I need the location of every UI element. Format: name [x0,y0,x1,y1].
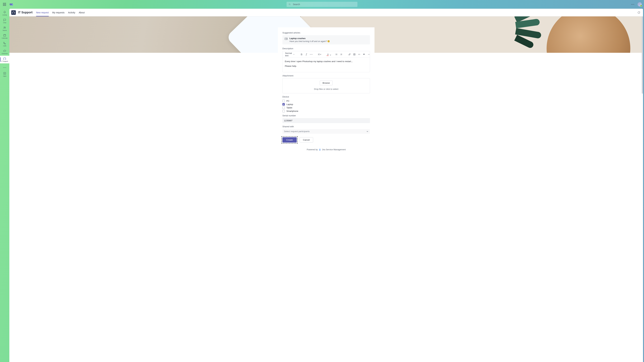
scrollbar-thumb[interactable] [642,16,643,94]
more-formatting-button[interactable] [309,52,314,57]
device-option-smartphone[interactable]: Smartphone [282,109,370,113]
shared-with-select[interactable]: Select request participants [282,129,370,134]
top-more-icon[interactable] [631,2,635,6]
align-button[interactable] [317,52,322,57]
device-label: Device [282,96,370,98]
app-icon [11,10,16,15]
presence-badge [640,5,642,7]
suggested-article[interactable]: Laptop crashes Have you tried turning it… [282,35,370,44]
description-editor: Normal text [282,51,370,72]
bullet-list-icon [335,53,338,56]
search-placeholder: Search [293,3,300,6]
rail-activity[interactable]: Activity [0,9,9,17]
tab-my-requests[interactable]: My requests [52,9,64,16]
apps-icon [3,72,6,75]
numbered-list-button[interactable]: 123 [339,52,344,57]
text-style-dropdown[interactable]: Normal text [284,52,296,57]
refresh-button[interactable] [636,10,641,15]
suggested-article-subtitle: Have you tried turning it off and on aga… [290,40,330,42]
dropzone-hint: Drop files or click to select [282,88,370,90]
check-icon [283,103,284,105]
app-tabs: New request My requests Activity About [36,9,85,16]
checkbox[interactable] [282,106,285,109]
rail-calls[interactable]: Calls [0,40,9,48]
link-button[interactable] [347,52,352,57]
app-body: Suggested articles Laptop crashes Have y… [9,16,643,362]
code-button[interactable] [357,52,362,57]
serial-input[interactable] [282,118,370,123]
article-icon [285,38,288,40]
rail-more[interactable] [0,65,9,70]
serial-label: Serial number [282,114,370,117]
device-option-tablet[interactable]: Tablet [282,106,370,109]
more-icon [310,53,312,56]
rail-it-support[interactable]: IT Support [0,56,9,63]
svg-point-17 [3,67,4,68]
chevron-down-icon [293,53,294,55]
text-color-button[interactable] [326,52,330,57]
description-text: Every time I open Photoshop my laptop cr… [285,60,368,63]
svg-point-6 [631,4,632,4]
more-icon [3,67,6,68]
cloud-icon [3,49,6,52]
description-label: Description [282,47,370,50]
svg-rect-23 [12,12,13,13]
teams-logo-icon: T [10,2,13,6]
device-option-laptop[interactable]: Laptop [282,103,370,106]
numbered-list-icon: 123 [340,53,342,56]
svg-line-31 [306,53,307,55]
app-launcher-icon[interactable] [2,2,7,6]
svg-point-40 [335,55,336,55]
tab-new-request[interactable]: New request [36,9,49,16]
chat-icon [3,18,6,21]
powered-by: Powered by Jira Service Management [282,148,370,151]
checkbox[interactable] [282,103,285,105]
rail-calendar[interactable]: Calendar [0,32,9,40]
rail-teams[interactable]: Teams [0,25,9,32]
table-button[interactable] [352,52,356,57]
bell-icon [3,11,6,14]
user-avatar[interactable] [638,2,642,6]
tab-about[interactable]: About [79,9,85,16]
create-button[interactable]: Create [282,137,297,143]
headset-icon [3,57,6,60]
svg-point-38 [335,53,336,54]
svg-rect-11 [4,34,6,36]
description-textarea[interactable]: Every time I open Photoshop my laptop cr… [282,58,370,72]
tab-activity[interactable]: Activity [68,9,75,16]
app-frame: IT Support New request My requests Activ… [9,9,643,362]
cancel-button[interactable]: Cancel [300,137,313,143]
bullet-list-button[interactable] [334,52,338,57]
form-actions: Create Cancel [282,136,370,143]
chevron-down-icon [366,130,368,132]
svg-text:T: T [10,4,11,5]
browse-button[interactable]: Browse [320,81,332,85]
jira-icon [319,148,321,151]
rail-onedrive[interactable]: OneDrive [0,48,9,56]
attachment-dropzone[interactable]: Browse Drop files or click to select [282,78,370,93]
rail-chat[interactable]: Chat [0,17,9,25]
bold-icon [300,53,303,56]
chevron-down-icon [330,54,331,56]
svg-point-7 [632,4,633,4]
divider-button[interactable] [366,52,371,57]
svg-point-33 [311,54,312,54]
refresh-icon [638,11,640,14]
create-highlight: Create [282,136,298,143]
checkbox[interactable] [282,110,285,112]
suggested-article-title: Laptop crashes [290,37,330,39]
bold-button[interactable] [299,52,304,57]
rail-apps[interactable]: Apps [0,70,9,78]
request-form-card: Suggested articles Laptop crashes Have y… [278,27,374,155]
italic-button[interactable] [304,52,309,57]
quote-icon [363,53,365,56]
teams-top-bar: T Search [0,0,644,9]
svg-point-34 [312,54,312,54]
svg-point-19 [6,67,6,68]
calendar-icon [3,34,6,37]
global-search[interactable]: Search [286,2,358,7]
quote-button[interactable] [362,52,366,57]
device-option-pc[interactable]: PC [282,99,370,103]
people-icon [3,26,6,29]
checkbox[interactable] [282,100,285,102]
